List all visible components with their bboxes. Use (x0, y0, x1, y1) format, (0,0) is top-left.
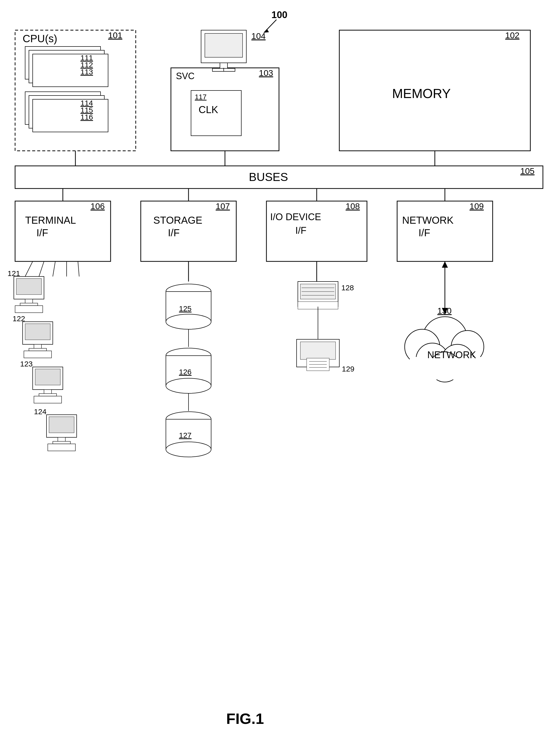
storage-126-bottom (166, 378, 211, 393)
ref-113: 113 (80, 68, 93, 76)
ref-116: 116 (80, 113, 93, 121)
io-ref: 108 (346, 201, 360, 211)
ref-124: 124 (34, 407, 47, 416)
terminal-121 (14, 277, 44, 313)
svg-rect-6 (33, 54, 108, 87)
cpu-label: CPU(s) (23, 33, 57, 45)
ref-130: 130 (437, 306, 452, 315)
figure-label: FIG.1 (226, 710, 264, 727)
storage-if-ref: 107 (216, 201, 230, 211)
terminal-if-label2: I/F (37, 227, 48, 238)
network-if-label1: NETWORK (402, 215, 454, 226)
io-device-129 (297, 339, 339, 371)
svg-rect-39 (25, 324, 50, 340)
network-label: NETWORK (427, 350, 476, 360)
svg-rect-36 (20, 303, 38, 306)
terminal-if-ref: 106 (91, 201, 105, 211)
ref-121: 121 (7, 269, 20, 278)
memory-label: MEMORY (392, 86, 451, 101)
cpu-ref: 101 (108, 30, 122, 40)
diagram-svg: 100 CPU(s) 101 111 112 113 114 115 116 M… (0, 0, 560, 748)
diagram-container: 100 CPU(s) 101 111 112 113 114 115 116 M… (0, 0, 560, 748)
svg-rect-41 (29, 348, 47, 351)
svg-rect-49 (49, 417, 74, 433)
ref-123: 123 (20, 360, 33, 368)
storage-127-bottom (166, 442, 211, 457)
svg-rect-46 (39, 394, 56, 396)
svg-rect-65 (300, 342, 335, 359)
svg-rect-52 (48, 444, 75, 451)
svg-rect-9 (33, 99, 108, 132)
io-device-128 (298, 281, 338, 309)
memory-ref: 102 (505, 30, 519, 40)
ref-122: 122 (13, 314, 25, 323)
svg-rect-79 (410, 357, 483, 379)
storage-if-label2: I/F (168, 227, 180, 238)
ref-129: 129 (342, 365, 354, 373)
svc-ref: 103 (259, 68, 273, 78)
main-ref-label: 100 (272, 9, 287, 20)
svc-label: SVC (176, 71, 194, 81)
ref-127: 127 (179, 431, 191, 439)
svg-rect-44 (35, 369, 60, 385)
network-if-label2: I/F (419, 227, 430, 238)
terminal-if-label1: TERMINAL (25, 215, 76, 226)
clk-label: CLK (199, 104, 218, 115)
network-if-ref: 109 (469, 201, 484, 211)
io-label1: I/O DEVICE (270, 212, 321, 222)
buses-ref: 105 (520, 166, 535, 176)
clk-ref: 117 (195, 93, 207, 101)
terminal-124 (47, 415, 77, 451)
storage-if-label1: STORAGE (153, 215, 202, 226)
svg-rect-12 (205, 33, 242, 57)
svg-rect-42 (24, 351, 51, 358)
terminal-123 (33, 367, 63, 403)
buses-label: BUSES (249, 170, 288, 184)
ref-104: 104 (251, 31, 266, 41)
ref-128: 128 (341, 283, 354, 292)
io-label2: I/F (295, 225, 306, 236)
svg-rect-47 (34, 396, 62, 403)
terminal-122 (23, 322, 53, 358)
ref-125: 125 (179, 304, 191, 313)
svg-rect-37 (15, 306, 43, 313)
ref-126: 126 (179, 368, 191, 376)
storage-125-bottom (166, 314, 211, 329)
svg-rect-51 (53, 441, 70, 444)
svg-rect-34 (16, 279, 42, 295)
